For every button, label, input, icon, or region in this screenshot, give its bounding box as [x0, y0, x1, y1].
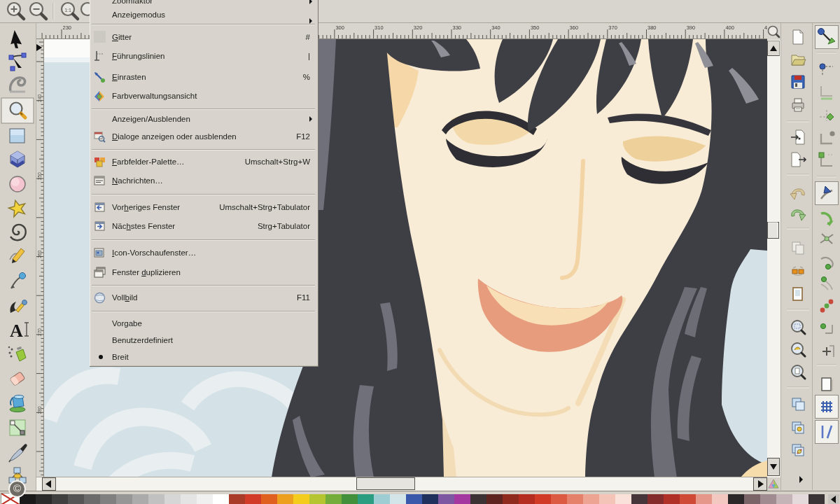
svg-text:280: 280	[37, 406, 42, 414]
svg-text:230: 230	[63, 24, 72, 31]
svg-text:320: 320	[414, 24, 423, 31]
svg-text:300: 300	[335, 24, 344, 31]
svg-text:310: 310	[374, 24, 384, 31]
svg-text:A: A	[10, 321, 23, 341]
svg-text:240: 240	[37, 94, 42, 102]
svg-text:330: 330	[453, 24, 462, 31]
svg-text:270: 270	[37, 328, 42, 336]
svg-text:340: 340	[491, 24, 500, 31]
svg-text:390: 390	[687, 24, 696, 31]
svg-text:400: 400	[725, 24, 734, 31]
svg-text:360: 360	[570, 24, 579, 31]
svg-text:370: 370	[608, 24, 617, 31]
svg-text:250: 250	[37, 172, 42, 180]
svg-text:350: 350	[531, 24, 540, 31]
svg-text:260: 260	[37, 250, 42, 258]
svg-text:380: 380	[648, 24, 657, 31]
svg-text:1:1: 1:1	[64, 8, 71, 13]
